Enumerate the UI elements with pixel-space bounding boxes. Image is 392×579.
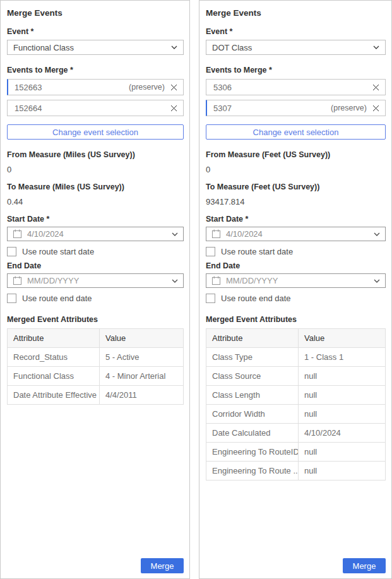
- from-measure-label: From Measure (Feet (US Survey)): [206, 150, 386, 159]
- event-select-value: Functional Class: [13, 43, 74, 52]
- end-date-label: End Date: [206, 261, 386, 270]
- value-column-header: Value: [299, 329, 386, 348]
- events-to-merge-label: Events to Merge *: [7, 66, 184, 75]
- page-title: Merge Events: [7, 8, 184, 18]
- footer-actions: Merge: [7, 558, 184, 576]
- attribute-column-header: Attribute: [206, 329, 299, 348]
- merge-button[interactable]: Merge: [343, 558, 386, 573]
- use-route-end-date-row: Use route end date: [206, 294, 386, 303]
- use-route-start-date-checkbox[interactable]: [7, 247, 16, 256]
- value-cell: null: [299, 405, 386, 424]
- end-date-placeholder: MM/DD/YYYY: [27, 276, 79, 285]
- attribute-cell: Date Calculated: [206, 424, 299, 443]
- merge-button[interactable]: Merge: [141, 558, 184, 573]
- table-row: Record_Status 5 - Active: [8, 348, 184, 367]
- attribute-cell: Class Type: [206, 348, 299, 367]
- table-row: Engineering To Route ... null: [206, 462, 386, 481]
- attribute-cell: Class Source: [206, 367, 299, 386]
- footer-actions: Merge: [206, 558, 386, 576]
- value-cell: null: [299, 462, 386, 481]
- value-cell: 4 - Minor Arterial: [100, 367, 184, 386]
- table-row: Engineering To RouteID null: [206, 443, 386, 462]
- to-measure-value: 0.44: [7, 197, 184, 206]
- value-column-header: Value: [100, 329, 184, 348]
- chevron-down-icon: [374, 279, 380, 283]
- use-route-end-date-checkbox[interactable]: [7, 294, 16, 303]
- value-cell: null: [299, 367, 386, 386]
- chevron-down-icon: [374, 232, 380, 236]
- attribute-cell: Date Attribute Effective: [8, 386, 100, 405]
- chevron-down-icon: [172, 279, 178, 283]
- table-row: Corridor Width null: [206, 405, 386, 424]
- from-measure-value: 0: [7, 165, 184, 174]
- event-select-value: DOT Class: [212, 43, 252, 52]
- calendar-icon: [211, 229, 221, 239]
- use-route-start-date-label: Use route start date: [221, 247, 293, 256]
- start-date-value: 4/10/2024: [226, 229, 263, 239]
- merged-event-attributes-table: Attribute Value Class Type 1 - Class 1 C…: [206, 328, 386, 481]
- table-row: Functional Class 4 - Minor Arterial: [8, 367, 184, 386]
- merge-events-panel-functional-class: Merge Events Event * Functional Class Ev…: [0, 0, 190, 579]
- merged-event-attributes-table: Attribute Value Record_Status 5 - Active…: [7, 328, 184, 405]
- use-route-end-date-checkbox[interactable]: [206, 294, 215, 303]
- event-id-input[interactable]: [212, 103, 331, 114]
- value-cell: null: [299, 386, 386, 405]
- attribute-cell: Functional Class: [8, 367, 100, 386]
- chevron-down-icon: [373, 45, 379, 49]
- use-route-start-date-row: Use route start date: [206, 247, 386, 256]
- use-route-end-date-row: Use route end date: [7, 294, 184, 303]
- end-date-picker[interactable]: MM/DD/YYYY: [206, 273, 386, 288]
- remove-event-icon[interactable]: [170, 84, 177, 91]
- to-measure-label: To Measure (Feet (US Survey)): [206, 182, 386, 191]
- table-row: Date Calculated 4/10/2024: [206, 424, 386, 443]
- event-select[interactable]: DOT Class: [206, 40, 386, 55]
- attribute-cell: Engineering To Route ...: [206, 462, 299, 481]
- start-date-label: Start Date *: [7, 215, 184, 224]
- table-row: Class Source null: [206, 367, 386, 386]
- event-id-input-row[interactable]: (preserve): [7, 79, 184, 95]
- attribute-cell: Class Length: [206, 386, 299, 405]
- value-cell: 4/10/2024: [299, 424, 386, 443]
- attribute-cell: Corridor Width: [206, 405, 299, 424]
- preserve-badge: (preserve): [331, 104, 367, 112]
- value-cell: null: [299, 443, 386, 462]
- event-id-input-row[interactable]: [7, 100, 184, 116]
- event-select[interactable]: Functional Class: [7, 40, 184, 55]
- chevron-down-icon: [171, 45, 177, 49]
- event-id-input-row[interactable]: (preserve): [206, 100, 386, 116]
- remove-event-icon[interactable]: [372, 84, 379, 91]
- merged-event-attributes-label: Merged Event Attributes: [7, 315, 184, 324]
- use-route-end-date-label: Use route end date: [22, 294, 92, 303]
- calendar-icon: [13, 229, 22, 239]
- preserve-badge: (preserve): [129, 83, 165, 92]
- table-header-row: Attribute Value: [206, 329, 386, 348]
- use-route-start-date-row: Use route start date: [7, 247, 184, 256]
- event-id-input[interactable]: [13, 82, 129, 93]
- value-cell: 4/4/2011: [100, 386, 184, 405]
- event-id-input-row[interactable]: [206, 79, 386, 95]
- merge-events-panel-dot-class: Merge Events Event * DOT Class Events to…: [199, 0, 392, 579]
- use-route-start-date-checkbox[interactable]: [206, 247, 215, 256]
- remove-event-icon[interactable]: [372, 105, 379, 112]
- event-label: Event *: [206, 27, 386, 36]
- table-row: Class Length null: [206, 386, 386, 405]
- use-route-end-date-label: Use route end date: [221, 294, 291, 303]
- start-date-picker[interactable]: 4/10/2024: [206, 227, 386, 241]
- event-id-input[interactable]: [212, 82, 372, 93]
- attribute-column-header: Attribute: [8, 329, 100, 348]
- end-date-picker[interactable]: MM/DD/YYYY: [7, 273, 184, 288]
- event-id-input[interactable]: [13, 103, 170, 114]
- to-measure-label: To Measure (Miles (US Survey)): [7, 182, 184, 191]
- end-date-label: End Date: [7, 261, 184, 270]
- merged-event-attributes-label: Merged Event Attributes: [206, 315, 386, 324]
- start-date-picker[interactable]: 4/10/2024: [7, 227, 184, 241]
- from-measure-label: From Measure (Miles (US Survey)): [7, 150, 184, 159]
- change-event-selection-button[interactable]: Change event selection: [7, 124, 184, 140]
- to-measure-value: 93417.814: [206, 197, 386, 206]
- remove-event-icon[interactable]: [170, 105, 177, 112]
- end-date-placeholder: MM/DD/YYYY: [226, 276, 278, 285]
- use-route-start-date-label: Use route start date: [22, 247, 94, 256]
- events-to-merge-label: Events to Merge *: [206, 66, 386, 75]
- change-event-selection-button[interactable]: Change event selection: [206, 124, 386, 140]
- attribute-cell: Record_Status: [8, 348, 100, 367]
